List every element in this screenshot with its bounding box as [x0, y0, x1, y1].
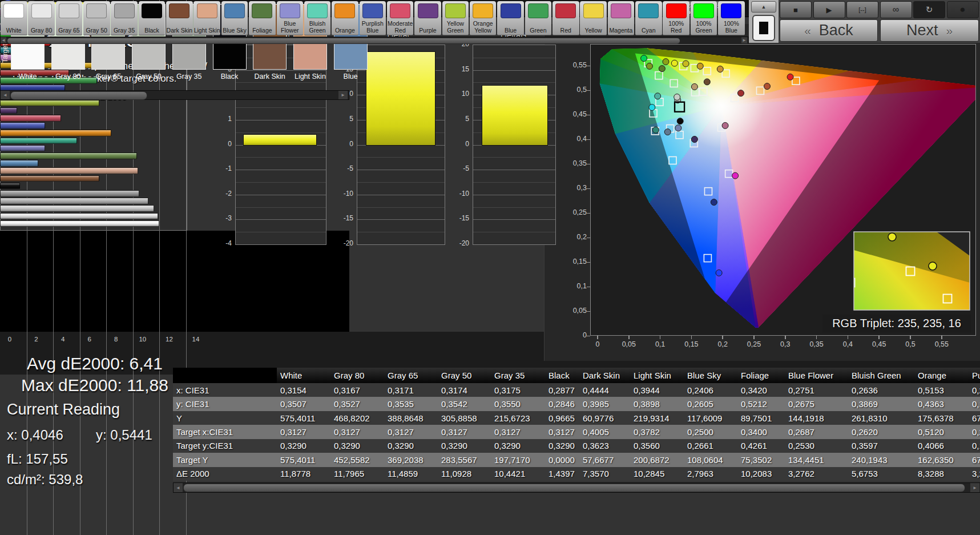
- scroll-left-arrow[interactable]: ◄: [1, 37, 6, 43]
- table-cell: 134,4451: [785, 453, 848, 466]
- patch-tile[interactable]: 100% Green: [691, 1, 717, 35]
- deltae-bar: [0, 130, 111, 136]
- cie-x-tick-label: 0,1: [648, 340, 673, 348]
- patch-tile[interactable]: 100% Red: [663, 1, 689, 35]
- y-tick-label: 15: [447, 65, 469, 73]
- table-cell: 67,: [969, 453, 980, 466]
- table-cell: 0,2406: [684, 383, 737, 397]
- table-header-cell: Foliage: [737, 368, 785, 383]
- cie-measured-marker: [787, 74, 793, 80]
- patchbar-scrollbar-thumb[interactable]: [7, 38, 680, 44]
- patch-tile[interactable]: Moderate Red: [387, 1, 414, 35]
- table-row-label: Target Y: [173, 453, 277, 466]
- table-cell: 0,3127: [491, 425, 545, 439]
- cie-y-tick-label: 0,15: [562, 258, 587, 266]
- patch-tile[interactable]: 100% Blue: [718, 1, 745, 35]
- patch-tile[interactable]: Black: [139, 1, 166, 35]
- cie-y-tick-label: 0,45: [562, 110, 587, 118]
- table-cell: 388,8648: [384, 411, 438, 425]
- table-cell: 0,3623: [579, 439, 630, 453]
- patch-tile-label: White: [6, 18, 22, 35]
- table-cell: 117,6009: [684, 411, 737, 425]
- scroll-left-arrow[interactable]: ◄: [174, 483, 183, 492]
- table-cell: 0,2: [969, 383, 980, 397]
- table-cell: 0,3127: [438, 425, 491, 439]
- table-row: ΔE 200011,877811,796511,485911,092810,44…: [173, 467, 980, 481]
- gridline: [473, 182, 555, 183]
- measurement-controls: ■ ▶ [--] ∞ ↻ ● « Back Next »: [779, 0, 980, 43]
- y-tick-label: 0: [332, 140, 353, 148]
- table-cell: 11,8778: [277, 467, 330, 481]
- cie-x-tick-label: 0,2: [710, 340, 735, 348]
- cie-measured-marker: [664, 129, 671, 135]
- table-cell: 0,0000: [545, 453, 579, 466]
- table-header-cell: Bluish Green: [848, 368, 914, 383]
- patch-tile[interactable]: Gray 65: [56, 1, 83, 35]
- record-button[interactable]: ●: [947, 1, 979, 18]
- patch-tile-label: Black: [144, 18, 159, 35]
- cie-measured-marker: [716, 269, 722, 276]
- patch-tile[interactable]: Dark Skin: [166, 1, 193, 35]
- patch-tile[interactable]: Bluish Green: [304, 1, 331, 35]
- table-cell: 0,2620: [848, 425, 914, 439]
- patch-tile[interactable]: Gray 35: [111, 1, 138, 35]
- patch-tile[interactable]: Gray 50: [83, 1, 110, 35]
- scroll-right-arrow[interactable]: ►: [970, 483, 979, 492]
- patch-tile[interactable]: Blue Sky: [221, 1, 248, 35]
- table-header-cell: Gray 65: [384, 368, 438, 383]
- patch-tile-label: Yellow: [585, 18, 602, 35]
- back-button[interactable]: « Back: [780, 19, 878, 42]
- table-cell: 575,4011: [277, 453, 330, 466]
- patch-tile[interactable]: Orange Yellow: [470, 1, 497, 35]
- scroll-up-button[interactable]: ▲: [751, 1, 776, 13]
- interval-read-button[interactable]: [--]: [846, 1, 878, 18]
- table-cell: 10,2083: [737, 467, 785, 481]
- table-cell: 0,3400: [737, 425, 785, 439]
- cie-y-tick: [587, 90, 590, 91]
- next-button[interactable]: Next »: [880, 19, 979, 42]
- continuous-read-button[interactable]: ∞: [880, 1, 912, 18]
- patch-tile[interactable]: Light Skin: [193, 1, 220, 35]
- cie-x-tick: [597, 336, 598, 339]
- patch-tile[interactable]: Purplish Blue: [360, 1, 386, 35]
- gridline: [473, 70, 555, 71]
- table-cell: 0,2636: [848, 383, 914, 397]
- patch-tile[interactable]: White: [1, 1, 27, 35]
- pattern-window-button[interactable]: [752, 15, 775, 41]
- patch-tile[interactable]: Orange: [332, 1, 358, 35]
- patchbar-scrollbar[interactable]: ◄ ►: [0, 37, 749, 44]
- patch-tile[interactable]: Red: [552, 1, 579, 35]
- table-cell: 0,3290: [384, 439, 438, 453]
- table-cell: 67,: [969, 411, 980, 425]
- patch-tile[interactable]: Foliage: [249, 1, 276, 35]
- table-scrollbar-thumb[interactable]: [183, 484, 965, 492]
- patch-tile[interactable]: Yellow Green: [442, 1, 469, 35]
- cie-measured-marker: [722, 122, 728, 128]
- patch-tile[interactable]: Magenta: [608, 1, 635, 35]
- table-cell: 2,7963: [684, 467, 737, 481]
- stop-button[interactable]: ■: [780, 1, 812, 18]
- cie-white-point-glow: [679, 63, 764, 148]
- patch-tile[interactable]: Blue Flower: [277, 1, 304, 35]
- refresh-button[interactable]: ↻: [913, 1, 945, 18]
- table-cell: 0,3560: [630, 439, 684, 453]
- table-scrollbar[interactable]: ◄ ►: [173, 482, 980, 493]
- patch-tile-label: Blue Sky: [223, 18, 246, 35]
- y-tick-label: -3: [210, 214, 232, 222]
- scroll-right-arrow[interactable]: ►: [741, 37, 747, 43]
- table-cell: 0,3290: [545, 439, 579, 453]
- patch-tile[interactable]: Blue: [497, 1, 524, 35]
- y-tick-label: -20: [447, 239, 469, 247]
- play-button[interactable]: ▶: [813, 1, 845, 18]
- patch-tile[interactable]: Yellow: [580, 1, 607, 35]
- cie-x-tick: [691, 336, 692, 339]
- gridline: [236, 195, 326, 195]
- gridline: [473, 232, 555, 232]
- patch-tile[interactable]: Cyan: [635, 1, 662, 35]
- gridline: [473, 219, 555, 220]
- gridline: [357, 232, 445, 232]
- deltae-bar: [0, 115, 61, 122]
- patch-tile[interactable]: Green: [525, 1, 552, 35]
- patch-tile[interactable]: Gray 80: [28, 1, 55, 35]
- patch-tile[interactable]: Purple: [414, 1, 441, 35]
